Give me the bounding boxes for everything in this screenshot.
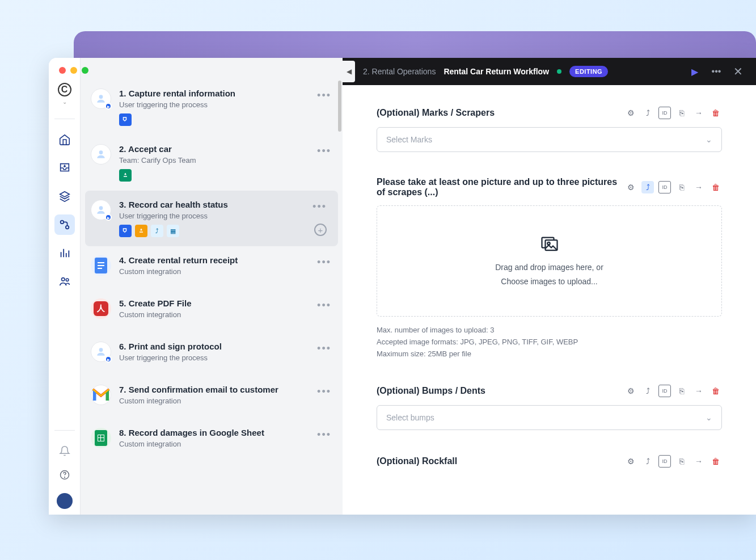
step-title: 4. Create rental return receipt	[119, 255, 331, 265]
task-badge-icon	[119, 169, 132, 182]
id-icon[interactable]: ID	[658, 385, 671, 397]
play-button[interactable]: ▶	[688, 66, 702, 77]
step-menu-button[interactable]: •••	[317, 386, 331, 398]
image-dropzone[interactable]: Drag and drop images here, or Choose ima…	[377, 205, 722, 317]
step-menu-button[interactable]: •••	[317, 429, 331, 441]
settings-icon[interactable]: ⚙	[624, 385, 637, 397]
copy-icon[interactable]: ⎘	[675, 385, 688, 397]
share-icon[interactable]: ⤴	[641, 385, 654, 397]
notifications-icon[interactable]	[54, 441, 75, 461]
workflow-step-5[interactable]: 人 5. Create PDF File Custom integration …	[81, 289, 343, 332]
workflow-step-6[interactable]: ▶ 6. Print and sign protocol User trigge…	[81, 332, 343, 376]
form-field-marks: (Optional) Marks / Scrapers ⚙ ⤴ ID ⎘ → 🗑…	[377, 107, 722, 152]
breadcrumb[interactable]: 2. Rental Operations	[363, 67, 436, 76]
share-badge-icon: ⤴	[151, 225, 163, 237]
step-menu-button[interactable]: •••	[312, 201, 327, 213]
step-menu-button[interactable]: •••	[317, 90, 331, 102]
id-icon[interactable]: ID	[658, 107, 671, 119]
settings-icon[interactable]: ⚙	[624, 455, 637, 468]
workspace-switcher[interactable]: ⌄	[62, 99, 67, 105]
workflow-step-2[interactable]: 2. Accept car Team: Carify Ops Team •••	[81, 135, 343, 191]
share-icon[interactable]: ⤴	[641, 455, 654, 468]
field-label: Please take at least one picture and up …	[377, 177, 624, 197]
collapse-sidebar-button[interactable]: ◀	[343, 61, 355, 82]
pdf-icon: 人	[91, 298, 111, 319]
step-menu-button[interactable]: •••	[317, 145, 331, 157]
form-field-rockfall: (Optional) Rockfall ⚙ ⤴ ID ⎘ → 🗑	[377, 455, 722, 468]
layers-icon[interactable]	[54, 186, 75, 207]
svg-point-9	[99, 348, 103, 352]
workflow-step-3[interactable]: ▶ 3. Record car health status User trigg…	[85, 191, 338, 246]
svg-point-3	[66, 279, 69, 281]
step-subtitle: User triggering the process	[119, 353, 331, 362]
share-icon[interactable]: ⤴	[641, 107, 654, 119]
move-icon[interactable]: →	[692, 107, 705, 119]
workflow-step-7[interactable]: 7. Send confirmation email to customer C…	[81, 376, 343, 419]
move-icon[interactable]: →	[692, 385, 705, 397]
step-subtitle: Custom integration	[119, 267, 331, 276]
copy-icon[interactable]: ⎘	[675, 455, 688, 468]
close-button[interactable]: ✕	[731, 65, 745, 78]
marks-select[interactable]: Select Marks ⌄	[377, 127, 722, 152]
step-menu-button[interactable]: •••	[317, 300, 331, 311]
analytics-icon[interactable]	[54, 243, 75, 263]
user-step-icon	[91, 144, 111, 165]
field-label: (Optional) Rockfall	[377, 456, 624, 466]
share-icon[interactable]: ⤴	[641, 181, 654, 193]
delete-icon[interactable]: 🗑	[709, 181, 722, 193]
workflow-step-8[interactable]: 8. Record damages in Google Sheet Custom…	[81, 419, 343, 462]
app-logo[interactable]: C	[58, 83, 71, 96]
minimize-window[interactable]	[70, 67, 77, 74]
step-subtitle: User triggering the process	[119, 212, 331, 220]
copy-icon[interactable]: ⎘	[675, 107, 688, 119]
bumps-select[interactable]: Select bumps ⌄	[377, 405, 722, 430]
settings-icon[interactable]: ⚙	[624, 107, 637, 119]
add-step-button[interactable]: +	[314, 224, 327, 236]
step-title: 1. Capture rental information	[119, 89, 331, 98]
step-menu-button[interactable]: •••	[317, 256, 331, 268]
app-window: C ⌄	[49, 58, 756, 515]
delete-icon[interactable]: 🗑	[709, 385, 722, 397]
step-title: 7. Send confirmation email to customer	[119, 385, 331, 394]
google-sheets-icon	[91, 428, 111, 448]
maximize-window[interactable]	[82, 67, 88, 74]
step-menu-button[interactable]: •••	[317, 343, 331, 355]
nav-rail: C ⌄	[49, 58, 81, 515]
move-icon[interactable]: →	[692, 181, 705, 193]
step-subtitle: Custom integration	[119, 397, 331, 405]
home-icon[interactable]	[54, 129, 75, 150]
id-icon[interactable]: ID	[658, 181, 671, 193]
copy-icon[interactable]: ⎘	[675, 181, 688, 193]
step-title: 2. Accept car	[119, 144, 331, 154]
svg-point-6	[99, 95, 103, 99]
user-step-icon: ▶	[91, 89, 111, 109]
help-icon[interactable]	[54, 465, 75, 485]
svg-point-5	[64, 477, 65, 478]
id-icon[interactable]: ID	[658, 455, 671, 468]
editing-badge: EDITING	[569, 66, 608, 77]
user-step-icon: ▶	[91, 342, 111, 362]
user-avatar[interactable]	[57, 493, 73, 509]
workflow-step-4[interactable]: 4. Create rental return receipt Custom i…	[81, 246, 343, 289]
inbox-icon[interactable]	[54, 158, 75, 178]
field-label: (Optional) Marks / Scrapers	[377, 108, 624, 118]
workflow-title: Rental Car Return Workflow	[444, 67, 549, 76]
editor-topbar: ◀ 2. Rental Operations Rental Car Return…	[343, 58, 756, 85]
move-icon[interactable]: →	[692, 455, 705, 468]
team-icon[interactable]	[54, 271, 75, 292]
settings-icon[interactable]: ⚙	[624, 181, 637, 193]
close-window[interactable]	[59, 67, 66, 74]
delete-icon[interactable]: 🗑	[709, 455, 722, 468]
svg-point-0	[60, 221, 64, 224]
upload-hints: Max. number of images to upload: 3 Accep…	[377, 325, 722, 360]
workflow-icon[interactable]	[54, 214, 75, 235]
delete-icon[interactable]: 🗑	[709, 107, 722, 119]
form-field-upload: Please take at least one picture and up …	[377, 177, 722, 360]
step-title: 3. Record car health status	[119, 200, 331, 209]
step-subtitle: User triggering the process	[119, 100, 331, 109]
workflow-step-1[interactable]: ▶ 1. Capture rental information User tri…	[81, 79, 343, 135]
more-menu-button[interactable]: •••	[709, 66, 723, 77]
form-field-bumps: (Optional) Bumps / Dents ⚙ ⤴ ID ⎘ → 🗑 Se…	[377, 385, 722, 430]
task-badge-icon	[135, 225, 147, 237]
google-docs-icon	[91, 255, 111, 276]
